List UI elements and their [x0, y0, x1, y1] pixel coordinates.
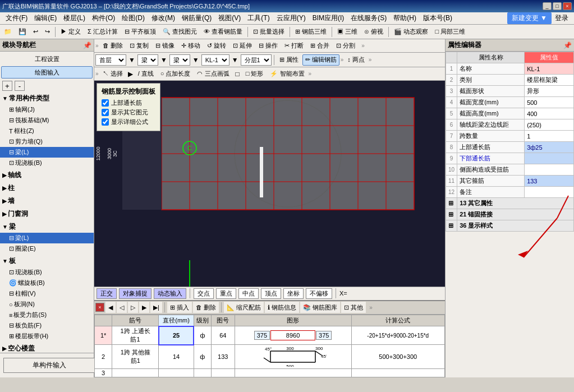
menu-login[interactable]: 登录	[552, 12, 572, 24]
single-component-input-button[interactable]: 单构件输入	[3, 358, 95, 373]
engineering-setup-button[interactable]: 工程设置	[1, 53, 93, 65]
prop-value-8[interactable]: 3ф25	[525, 142, 574, 153]
point-length-button[interactable]: ○ 点加长度	[158, 68, 194, 80]
select-tool-button[interactable]: ↖ 选择	[100, 68, 126, 80]
rebar-3d-button[interactable]: ⊞ 钢筋三维	[292, 26, 329, 38]
close-bottom-panel-button[interactable]: ×	[95, 303, 104, 312]
nav-item-raft[interactable]: ⊟筏板基础(M)	[0, 115, 94, 126]
prop-value-10[interactable]	[525, 164, 574, 176]
prop-value-6[interactable]: (250)	[525, 119, 574, 131]
prop-value-2[interactable]: 楼层框架梁	[525, 75, 574, 86]
remove-component-button[interactable]: -	[15, 81, 25, 91]
nav-next-button[interactable]: ▷	[128, 302, 138, 313]
ops-button[interactable]: ⊟ 操作	[256, 40, 281, 52]
add-component-button[interactable]: +	[2, 81, 12, 91]
nav-item-column[interactable]: T框柱(Z)	[0, 126, 94, 136]
minimize-button[interactable]: _	[543, 2, 552, 10]
dynamic-input-button[interactable]: 动态输入	[154, 288, 186, 299]
menu-edit[interactable]: 编辑(E)	[31, 12, 60, 24]
menu-help[interactable]: 帮助(H)	[390, 12, 420, 24]
menu-component[interactable]: 构件(O)	[89, 12, 118, 24]
midpoint-button[interactable]: 中点	[238, 288, 259, 299]
break-button[interactable]: ✂ 打断	[282, 40, 306, 52]
arc-tool-button[interactable]: ◠ 三点画弧	[194, 68, 232, 80]
prop-value-4[interactable]: 500	[525, 97, 574, 108]
delete-button[interactable]: 🗑 删除	[100, 40, 126, 52]
floor-select[interactable]: 首层 第2层	[95, 54, 126, 66]
level-plan-button[interactable]: ⊟ 平齐板顶	[122, 26, 159, 38]
nav-child-slab-hole[interactable]: ○板洞(N)	[0, 299, 94, 310]
nav-group-common-header[interactable]: ▼ 常用构件类型	[0, 93, 94, 104]
delete-row-button[interactable]: 🗑 删除	[193, 302, 219, 313]
prop-value-11[interactable]: 133	[525, 176, 574, 187]
menu-new-change[interactable]: 新建变更 ▼	[507, 12, 552, 24]
nav-child-negative-rebar[interactable]: ⊟板负筋(F)	[0, 320, 94, 331]
rebar-library-button[interactable]: 📚 钢筋图库	[300, 302, 340, 313]
move-button[interactable]: ✛ 移动	[178, 40, 203, 52]
line-tool-button[interactable]: / 直线	[135, 68, 157, 80]
midweight-button[interactable]: 重点	[216, 288, 236, 299]
mirror-button[interactable]: ⊟ 镜像	[153, 40, 177, 52]
menu-online[interactable]: 在线服务(S)	[347, 12, 390, 24]
menu-bim[interactable]: BIM应用(I)	[309, 12, 348, 24]
scale-rebar-button[interactable]: 📐 缩尺配筋	[224, 302, 264, 313]
batch-select-button[interactable]: ⊡ 批量选择	[250, 26, 287, 38]
nav-item-grid[interactable]: ⊞轴网(J)	[0, 104, 94, 115]
prop-value-12[interactable]	[525, 187, 574, 198]
checkbox-show-formula-input[interactable]	[102, 118, 109, 126]
prop-row-other-props[interactable]: ⊞ 13 其它属性	[446, 198, 574, 209]
open-file-button[interactable]: 📁	[1, 26, 15, 38]
menu-floor[interactable]: 楼层(L)	[60, 12, 89, 24]
nav-child-beam-L[interactable]: ⊟梁(L)	[0, 233, 94, 243]
menu-draw[interactable]: 绘图(D)	[118, 12, 148, 24]
3d-button[interactable]: ▣ 三维	[334, 26, 360, 38]
nav-child-ring-beam[interactable]: ⊡圈梁(E)	[0, 243, 94, 254]
nav-child-floor-strip[interactable]: ⊞楼层板带(H)	[0, 331, 94, 342]
nav-group-pillar-header[interactable]: ▶ 柱	[0, 182, 94, 194]
rect-tool-button[interactable]: □ 矩形	[243, 68, 267, 80]
rotate-button[interactable]: ↺ 旋转	[204, 40, 229, 52]
prop-value-7[interactable]: 1	[525, 131, 574, 142]
nav-group-wall-header[interactable]: ▶ 墙	[0, 195, 94, 207]
row1-diameter[interactable]: 25	[159, 326, 194, 345]
checkbox-top-rebar-input[interactable]	[102, 99, 109, 107]
nav-child-spiral-slab[interactable]: 🌀螺旋板(B)	[0, 278, 94, 288]
menu-tools[interactable]: 工具(T)	[244, 12, 273, 24]
find-drawing-button[interactable]: 🔍 查找图元	[160, 26, 200, 38]
other-button[interactable]: ⊡ 其他	[341, 302, 366, 313]
nav-child-cast-slab[interactable]: ⊡现浇板(B)	[0, 267, 94, 278]
copy-button[interactable]: ⊡ 复制	[127, 40, 151, 52]
property-button[interactable]: ⊞ 属性	[277, 54, 301, 66]
prop-value-3[interactable]: 异形	[525, 86, 574, 97]
vertex-button[interactable]: 顶点	[261, 288, 281, 299]
view-rebar-button[interactable]: 👁 查看钢筋量	[201, 26, 245, 38]
partial-3d-button[interactable]: □ 局部三维	[432, 26, 468, 38]
nav-group-hollow-header[interactable]: ▶ 空心楼盖	[0, 343, 94, 353]
menu-version[interactable]: 版本号(B)	[420, 12, 456, 24]
prop-value-1[interactable]: KL-1	[525, 63, 574, 75]
intersection-button[interactable]: 交点	[194, 288, 214, 299]
orthogonal-button[interactable]: 正交	[97, 288, 117, 299]
nav-item-slab[interactable]: ⊡现浇板(B)	[0, 158, 94, 168]
level-select[interactable]: 分层1 分层2	[241, 54, 272, 66]
snap-button[interactable]: 对象捕捉	[119, 288, 151, 299]
split-button[interactable]: ⊡ 分割	[333, 40, 358, 52]
nav-group-slab-header[interactable]: ▼ 板	[0, 255, 94, 267]
no-offset-button[interactable]: 不偏移	[306, 288, 332, 299]
nav-child-column-cap[interactable]: ⊟柱帽(V)	[0, 288, 94, 299]
nav-item-beam[interactable]: ⊟梁(L)	[0, 147, 94, 158]
prop-row-anchor[interactable]: ⊞ 21 锚固搭接	[446, 209, 574, 220]
sum-button[interactable]: Σ 汇总计算	[85, 26, 121, 38]
two-point-button[interactable]: ↕ 两点	[345, 54, 368, 66]
nav-group-axis-header[interactable]: ▶ 轴线	[0, 169, 94, 181]
menu-file[interactable]: 文件(F)	[2, 12, 31, 24]
prop-row-display[interactable]: ⊞ 36 显示样式	[446, 220, 574, 232]
insert-row-button[interactable]: ⊞ 插入	[167, 302, 192, 313]
prop-panel-pin[interactable]: 📌	[563, 41, 572, 49]
beam-id-select[interactable]: KL-1 KL-2	[201, 54, 229, 66]
define-button[interactable]: ▶ 定义	[58, 26, 84, 38]
smart-layout-button[interactable]: ⚡ 智能布置	[267, 68, 307, 80]
save-button[interactable]: 💾	[16, 26, 29, 38]
close-button[interactable]: ×	[563, 2, 572, 10]
undo-button[interactable]: ↩	[30, 26, 41, 38]
